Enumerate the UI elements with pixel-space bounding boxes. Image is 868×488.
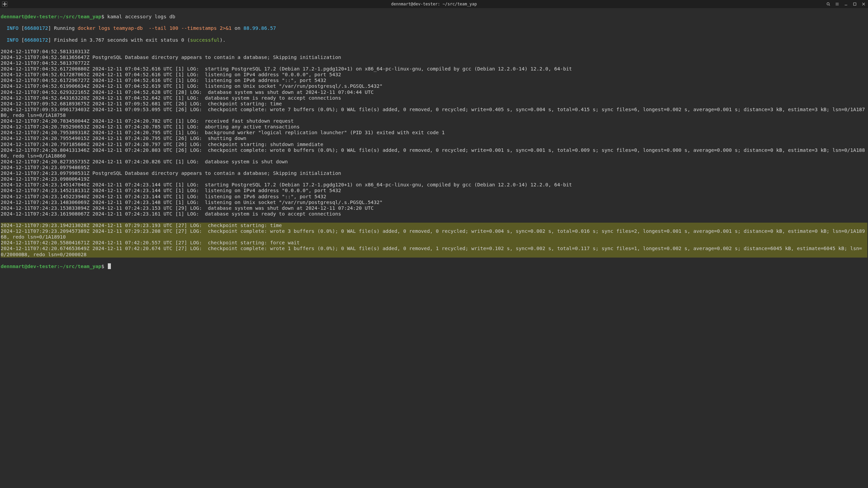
close-icon[interactable] (861, 2, 866, 6)
svg-rect-3 (853, 3, 856, 5)
log-line: 2024-12-11T07:24:20.785290653Z 2024-12-1… (1, 124, 867, 130)
new-tab-button[interactable] (2, 1, 7, 7)
svg-point-0 (827, 3, 829, 5)
log-line: 2024-12-11T07:24:20.795549015Z 2024-12-1… (1, 136, 867, 141)
log-line: 2024-12-11T07:24:20.797185606Z 2024-12-1… (1, 142, 867, 147)
status-success: successful (190, 37, 220, 43)
docker-command: docker logs teamyap-db --tail 100 --time… (78, 25, 232, 31)
log-line: 2024-12-11T07:24:23.153833894Z 2024-12-1… (1, 205, 867, 211)
log-line: 2024-12-11T07:24:23.097998531Z PostgreSQ… (1, 170, 867, 176)
info-tag: INFO (6, 37, 18, 43)
command-text: kamal accessory logs db (107, 14, 175, 19)
log-line-highlighted: 2024-12-11T07:29:23.194213028Z 2024-12-1… (1, 223, 867, 228)
log-line: 2024-12-11T07:09:53.096173403Z 2024-12-1… (1, 107, 867, 118)
log-line: 2024-12-11T07:24:23.098006419Z (1, 176, 867, 182)
log-line: 2024-12-11T07:04:52.617287065Z 2024-12-1… (1, 72, 867, 78)
log-line: 2024-12-11T07:24:23.145147046Z 2024-12-1… (1, 182, 867, 188)
info-line: INFO [66680172] Running docker logs team… (1, 25, 867, 31)
highlighted-log-lines: 2024-12-11T07:29:23.194213028Z 2024-12-1… (1, 223, 867, 258)
log-line-highlighted: 2024-12-11T07:42:20.558041671Z 2024-12-1… (1, 240, 867, 246)
log-line: 2024-12-11T07:24:20.783450044Z 2024-12-1… (1, 118, 867, 124)
prompt-line: dennmart@dev-tester:~/src/team_yap$ (1, 263, 867, 269)
log-line-highlighted: 2024-12-11T07:42:20.674653649Z 2024-12-1… (1, 246, 867, 257)
terminal-output[interactable]: dennmart@dev-tester:~/src/team_yap$ kama… (0, 8, 868, 275)
log-line: 2024-12-11T07:24:20.804131346Z 2024-12-1… (1, 147, 867, 159)
prompt-line: dennmart@dev-tester:~/src/team_yap$ kama… (1, 14, 867, 20)
window-title: dennmart@dev-tester: ~/src/team_yap (391, 2, 477, 6)
log-lines: 2024-12-11T07:04:52.581310313Z2024-12-11… (1, 49, 867, 217)
info-line: INFO [66680172] Finished in 3.767 second… (1, 37, 867, 43)
log-line: 2024-12-11T07:24:23.145223940Z 2024-12-1… (1, 194, 867, 200)
log-line: 2024-12-11T07:04:52.617296727Z 2024-12-1… (1, 78, 867, 83)
log-line: 2024-12-11T07:24:20.795389318Z 2024-12-1… (1, 130, 867, 136)
log-line: 2024-12-11T07:04:52.643163220Z 2024-12-1… (1, 95, 867, 101)
search-icon[interactable] (826, 2, 831, 6)
prompt-userhost: dennmart@dev-tester (1, 14, 57, 19)
log-line-highlighted: 2024-12-11T07:29:23.209457389Z 2024-12-1… (1, 228, 867, 240)
log-line: 2024-12-11T07:04:52.617200880Z 2024-12-1… (1, 66, 867, 72)
minimize-icon[interactable] (844, 2, 848, 6)
hamburger-menu-icon[interactable] (835, 2, 840, 6)
log-line: 2024-12-11T07:04:52.581365647Z PostgreSQ… (1, 55, 867, 60)
log-line: 2024-12-11T07:04:52.629322165Z 2024-12-1… (1, 89, 867, 95)
log-line: 2024-12-11T07:04:52.581310313Z (1, 49, 867, 55)
log-line: 2024-12-11T07:24:23.145218131Z 2024-12-1… (1, 188, 867, 194)
svg-line-1 (829, 5, 830, 6)
log-line: 2024-12-11T07:24:23.097948695Z (1, 165, 867, 170)
titlebar: dennmart@dev-tester: ~/src/team_yap (0, 0, 868, 8)
maximize-icon[interactable] (852, 2, 857, 6)
prompt-path: ~/src/team_yap (60, 14, 101, 19)
log-line: 2024-12-11T07:24:20.827355735Z 2024-12-1… (1, 159, 867, 165)
log-line: 2024-12-11T07:24:23.148306069Z 2024-12-1… (1, 200, 867, 205)
cursor (108, 263, 111, 269)
log-line: 2024-12-11T07:04:52.619906634Z 2024-12-1… (1, 83, 867, 89)
ip-address: 88.99.86.57 (243, 25, 276, 31)
log-line: 2024-12-11T07:24:23.161908067Z 2024-12-1… (1, 211, 867, 217)
log-line: 2024-12-11T07:04:52.581370772Z (1, 60, 867, 66)
log-line: 2024-12-11T07:09:52.681893675Z 2024-12-1… (1, 101, 867, 107)
info-tag: INFO (6, 25, 18, 31)
